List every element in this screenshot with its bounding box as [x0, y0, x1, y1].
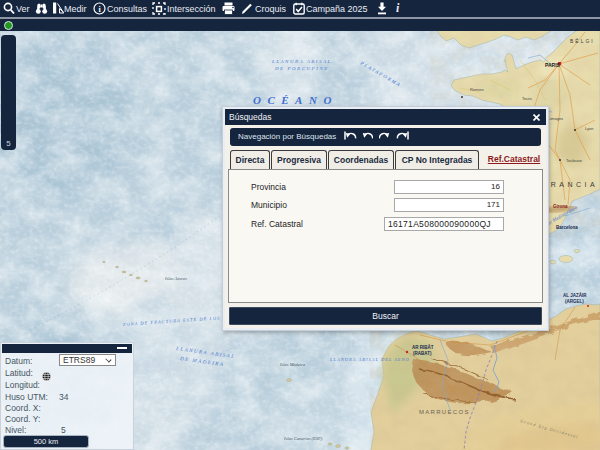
svg-text:Tours: Tours: [522, 96, 532, 101]
svg-text:PARIS: PARIS: [545, 62, 561, 68]
svg-text:AR RIBĀT: AR RIBĀT: [412, 344, 434, 350]
svg-text:AL JAZĀIR: AL JAZĀIR: [563, 292, 587, 298]
svg-text:Islas Azores: Islas Azores: [164, 276, 187, 281]
svg-text:DE PORCUPINE: DE PORCUPINE: [274, 66, 329, 71]
svg-text:MARRUECOS: MARRUECOS: [419, 409, 470, 415]
svg-text:Islas Madeira: Islas Madeira: [279, 362, 306, 367]
svg-text:OCÉANO: OCÉANO: [253, 94, 338, 106]
svg-text:Girona: Girona: [553, 204, 568, 209]
svg-text:Rennes: Rennes: [470, 87, 484, 92]
svg-text:Toulouse: Toulouse: [566, 158, 583, 163]
svg-text:Limoges: Limoges: [548, 116, 563, 121]
svg-text:(ARGEL): (ARGEL): [565, 299, 584, 304]
svg-text:FRANCIA: FRANCIA: [543, 181, 598, 188]
svg-text:Lyon: Lyon: [585, 126, 594, 131]
svg-text:LLANURA ABISAL: LLANURA ABISAL: [271, 59, 332, 64]
svg-text:LLANURA ABISAL DEL SENO: LLANURA ABISAL DEL SENO: [329, 357, 410, 362]
svg-text:Islas Canarias (ESP): Islas Canarias (ESP): [283, 436, 323, 441]
svg-text:BÉLGI: BÉLGI: [570, 38, 595, 44]
svg-text:Barcelona: Barcelona: [556, 225, 578, 230]
svg-text:(RABAT): (RABAT): [413, 351, 432, 356]
svg-text:i: i: [98, 5, 101, 14]
